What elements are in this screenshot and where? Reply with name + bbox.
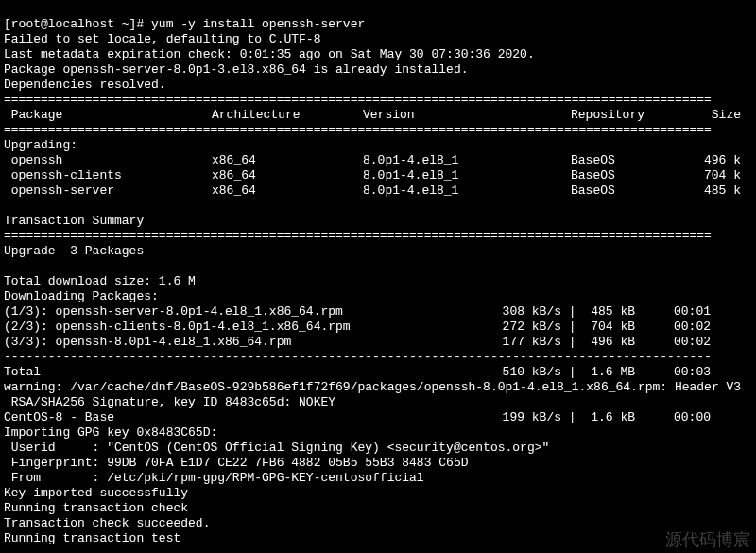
command-text: yum -y install openssh-server xyxy=(151,17,365,31)
pkg-arch: x86_64 xyxy=(212,153,363,168)
dl-size: 704 kB xyxy=(578,320,635,335)
separator: | xyxy=(561,410,578,425)
separator: | xyxy=(561,320,578,335)
terminal-output: [root@localhost ~]# yum -y install opens… xyxy=(0,0,756,548)
dl-file: (3/3): openssh-8.0p1-4.el8_1.x86_64.rpm xyxy=(4,335,476,350)
header-package: Package xyxy=(4,108,212,123)
dl-size: 485 kB xyxy=(578,304,635,320)
header-version: Version xyxy=(363,108,571,123)
repo-size: 1.6 kB xyxy=(578,410,635,425)
gpg-line: Fingerprint: 99DB 70FA E1D7 CE22 7FB6 48… xyxy=(4,456,468,470)
pkg-ver: 8.0p1-4.el8_1 xyxy=(363,168,571,183)
dl-rate: 177 kB/s xyxy=(476,335,561,350)
output-line: Transaction check succeeded. xyxy=(4,516,210,530)
pkg-size: 485 k xyxy=(694,183,741,199)
warning-line: warning: /var/cache/dnf/BaseOS-929b586ef… xyxy=(4,380,741,394)
total-label: Total xyxy=(4,365,476,380)
pkg-repo: BaseOS xyxy=(571,168,694,183)
shell-prompt: [root@localhost ~]# xyxy=(4,17,151,31)
separator: | xyxy=(561,335,578,350)
dl-file: (2/3): openssh-clients-8.0p1-4.el8_1.x86… xyxy=(4,320,476,335)
separator: | xyxy=(561,304,578,320)
output-line: Running transaction check xyxy=(4,501,188,515)
pkg-name: openssh xyxy=(4,153,212,168)
total-time: 00:03 xyxy=(635,365,711,380)
dl-size: 496 kB xyxy=(578,335,635,350)
pkg-name: openssh-server xyxy=(4,183,212,199)
divider: ========================================… xyxy=(4,229,712,243)
output-line: Dependencies resolved. xyxy=(4,78,166,92)
separator: | xyxy=(561,365,578,380)
pkg-arch: x86_64 xyxy=(212,183,363,199)
section-label: Upgrading: xyxy=(4,138,77,152)
repo-rate: 199 kB/s xyxy=(476,410,561,425)
pkg-ver: 8.0p1-4.el8_1 xyxy=(363,153,571,168)
gpg-line: From : /etc/pki/rpm-gpg/RPM-GPG-KEY-cent… xyxy=(4,471,424,485)
total-size: 1.6 MB xyxy=(578,365,635,380)
header-architecture: Architecture xyxy=(212,108,363,123)
divider: ----------------------------------------… xyxy=(4,350,712,364)
divider: ========================================… xyxy=(4,123,712,137)
output-line: Package openssh-server-8.0p1-3.el8.x86_6… xyxy=(4,62,468,77)
output-line: Failed to set locale, defaulting to C.UT… xyxy=(4,32,320,46)
pkg-size: 496 k xyxy=(694,153,741,168)
dl-time: 00:02 xyxy=(635,320,711,335)
dl-time: 00:01 xyxy=(635,304,711,320)
header-size: Size xyxy=(694,108,741,123)
dl-rate: 308 kB/s xyxy=(476,304,561,320)
output-line: Running transaction test xyxy=(4,531,180,545)
repo-label: CentOS-8 - Base xyxy=(4,410,476,425)
gpg-line: Userid : "CentOS (CentOS Official Signin… xyxy=(4,441,549,455)
output-line: Last metadata expiration check: 0:01:35 … xyxy=(4,47,535,61)
repo-time: 00:00 xyxy=(635,410,711,425)
dl-rate: 272 kB/s xyxy=(476,320,561,335)
divider: ========================================… xyxy=(4,93,712,107)
warning-line: RSA/SHA256 Signature, key ID 8483c65d: N… xyxy=(4,395,335,409)
header-repository: Repository xyxy=(571,108,694,123)
total-rate: 510 kB/s xyxy=(476,365,561,380)
dl-file: (1/3): openssh-server-8.0p1-4.el8_1.x86_… xyxy=(4,304,476,320)
pkg-size: 704 k xyxy=(694,168,741,183)
output-line: Upgrade 3 Packages xyxy=(4,244,144,258)
pkg-repo: BaseOS xyxy=(571,153,694,168)
pkg-arch: x86_64 xyxy=(212,168,363,183)
dl-time: 00:02 xyxy=(635,335,711,350)
output-line: Total download size: 1.6 M xyxy=(4,274,196,288)
gpg-line: Importing GPG key 0x8483C65D: xyxy=(4,425,217,440)
output-line: Key imported successfully xyxy=(4,486,188,500)
watermark-text: 源代码博宸 xyxy=(665,532,750,547)
section-label: Transaction Summary xyxy=(4,214,144,228)
pkg-name: openssh-clients xyxy=(4,168,212,183)
output-line: Downloading Packages: xyxy=(4,289,159,303)
pkg-repo: BaseOS xyxy=(571,183,694,199)
pkg-ver: 8.0p1-4.el8_1 xyxy=(363,183,571,199)
